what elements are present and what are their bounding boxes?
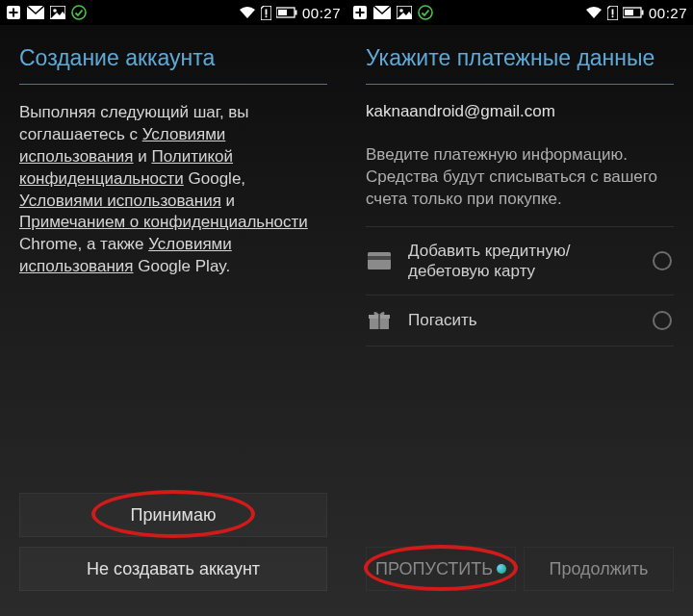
svg-rect-25: [368, 256, 391, 260]
card-icon: [368, 249, 391, 272]
mail-icon: [373, 6, 391, 19]
continue-button[interactable]: Продолжить: [524, 547, 674, 591]
screen-payment-details: 00:27 Укажите платежные данные kaknaandr…: [346, 0, 693, 616]
sync-ok-icon: [71, 5, 87, 20]
skip-button[interactable]: ПРОПУСТИТЬ: [366, 547, 516, 591]
svg-rect-28: [378, 315, 380, 329]
option-redeem[interactable]: Погасить: [366, 295, 674, 346]
svg-rect-22: [641, 11, 643, 15]
battery-icon: [276, 7, 297, 18]
status-bar: 00:27: [346, 0, 693, 25]
payment-options: Добавить кредитную/дебетовую карту Погас…: [366, 226, 674, 347]
image-icon: [397, 6, 412, 19]
radio-unchecked: [653, 311, 672, 330]
title-divider: [366, 84, 674, 85]
status-time: 00:27: [302, 5, 341, 21]
svg-rect-14: [356, 12, 365, 13]
add-icon: [352, 5, 368, 20]
link-terms-chrome[interactable]: Условиями использования: [19, 192, 221, 210]
account-email: kaknaandroid@gmail.com: [366, 102, 674, 121]
sync-ok-icon: [418, 5, 433, 20]
sim-icon: [607, 6, 618, 20]
sim-icon: [261, 6, 271, 20]
svg-rect-19: [612, 9, 614, 14]
svg-rect-23: [625, 10, 633, 15]
gift-icon: [368, 309, 391, 332]
radio-unchecked: [653, 251, 672, 270]
mail-icon: [27, 6, 44, 19]
content-area: Создание аккаунта Выполняя следующий шаг…: [0, 25, 346, 616]
add-icon: [6, 5, 21, 20]
wifi-icon: [239, 6, 256, 19]
wifi-icon: [585, 6, 603, 19]
option-label: Погасить: [408, 310, 635, 330]
title-divider: [19, 84, 327, 85]
svg-point-5: [53, 9, 57, 13]
page-title: Создание аккаунта: [19, 44, 327, 72]
svg-point-18: [419, 6, 432, 19]
svg-rect-7: [266, 9, 268, 14]
svg-point-17: [399, 9, 403, 13]
content-area: Укажите платежные данные kaknaandroid@gm…: [346, 25, 693, 616]
svg-point-20: [611, 15, 613, 17]
option-label: Добавить кредитную/дебетовую карту: [408, 241, 635, 282]
svg-rect-24: [368, 252, 391, 270]
image-icon: [50, 6, 65, 19]
svg-rect-11: [278, 10, 287, 15]
svg-rect-10: [295, 11, 296, 15]
option-add-card[interactable]: Добавить кредитную/дебетовую карту: [366, 226, 674, 296]
status-bar: 00:27: [0, 0, 346, 25]
status-time: 00:27: [649, 5, 687, 21]
payment-info-text: Введите платежную информацию. Средства б…: [366, 144, 674, 211]
accept-button[interactable]: Принимаю: [19, 493, 327, 537]
svg-point-8: [265, 15, 267, 17]
dont-create-account-button[interactable]: Не создавать аккаунт: [19, 547, 327, 591]
svg-rect-2: [10, 12, 18, 13]
play-dot-icon: [497, 564, 506, 574]
link-privacy-chrome[interactable]: Примечанием о конфиденциальности: [19, 213, 308, 231]
battery-icon: [623, 7, 644, 18]
page-title: Укажите платежные данные: [366, 44, 674, 72]
terms-text: Выполняя следующий шаг, вы соглашаетесь …: [19, 102, 327, 279]
svg-point-6: [72, 6, 86, 19]
screen-create-account: 00:27 Создание аккаунта Выполняя следующ…: [0, 0, 346, 616]
